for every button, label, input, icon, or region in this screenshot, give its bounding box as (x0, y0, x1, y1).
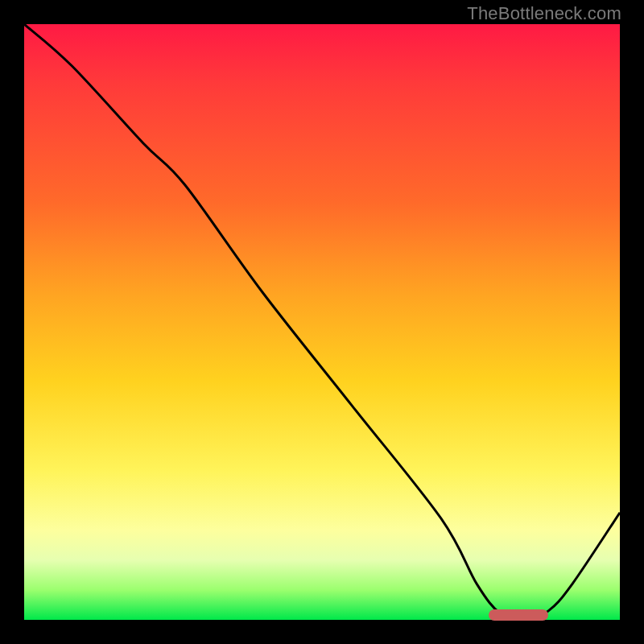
bottleneck-curve (24, 24, 620, 620)
target-bar (489, 609, 548, 621)
chart-frame: TheBottleneck.com (0, 0, 644, 644)
curve-path (24, 24, 620, 620)
watermark-text: TheBottleneck.com (467, 3, 621, 24)
plot-area (24, 24, 620, 620)
